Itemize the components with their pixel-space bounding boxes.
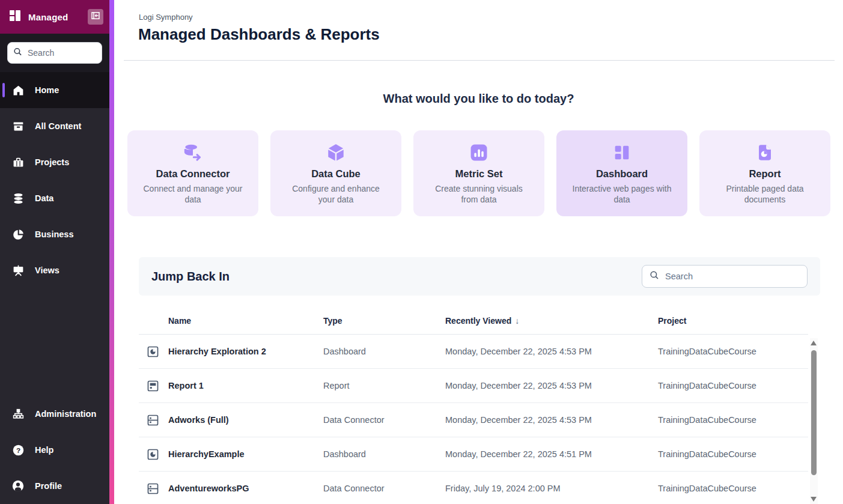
data-connector-row-icon bbox=[147, 483, 159, 494]
row-recently-viewed: Monday, December 22, 2025 4:51 PM bbox=[445, 449, 658, 459]
row-name: AdventureworksPG bbox=[168, 484, 323, 493]
sidebar-edge-strip bbox=[109, 0, 114, 504]
main-content: Logi Symphony Managed Dashboards & Repor… bbox=[114, 0, 843, 504]
data-cube-icon bbox=[326, 142, 346, 163]
row-project: TrainingDataCubeCourse bbox=[658, 381, 808, 390]
sidebar-item-label: Administration bbox=[35, 409, 96, 419]
row-project: TrainingDataCubeCourse bbox=[658, 449, 808, 459]
sidebar-item-label: Projects bbox=[35, 157, 69, 167]
recent-items-table: Name Type Recently Viewed↓ Project Hiera… bbox=[139, 308, 808, 504]
row-type: Data Connector bbox=[323, 484, 445, 493]
column-header-type[interactable]: Type bbox=[323, 316, 445, 326]
sidebar-item-label: All Content bbox=[35, 121, 81, 131]
sidebar-item-home[interactable]: Home bbox=[0, 72, 109, 108]
sidebar-item-label: Data bbox=[35, 193, 53, 203]
home-icon bbox=[11, 83, 25, 97]
row-project: TrainingDataCubeCourse bbox=[658, 347, 808, 356]
question-heading: What would you like to do today? bbox=[114, 92, 843, 106]
scrollbar-up-arrow-icon[interactable] bbox=[811, 341, 817, 345]
table-row[interactable]: AdventureworksPG Data Connector Friday, … bbox=[139, 472, 808, 504]
sidebar-header: Managed bbox=[0, 0, 109, 34]
views-icon bbox=[11, 264, 25, 277]
sidebar-nav: Home All Content bbox=[0, 72, 109, 288]
card-dashboard[interactable]: Dashboard Interactive web pages with dat… bbox=[556, 130, 687, 216]
card-description: Connect and manage your data bbox=[142, 184, 243, 205]
collapse-arrow-icon bbox=[90, 10, 101, 23]
sidebar-item-label: Profile bbox=[35, 481, 62, 491]
data-connector-icon bbox=[183, 142, 203, 163]
active-indicator bbox=[2, 83, 5, 97]
page-title: Managed Dashboards & Reports bbox=[138, 25, 380, 44]
column-header-name[interactable]: Name bbox=[168, 316, 323, 326]
help-icon: ? bbox=[11, 443, 25, 457]
scrollbar-down-arrow-icon[interactable] bbox=[811, 497, 817, 502]
table-row[interactable]: Hierarchy Exploration 2 Dashboard Monday… bbox=[139, 335, 808, 369]
row-name: Report 1 bbox=[168, 381, 323, 390]
sidebar-item-data[interactable]: Data bbox=[0, 180, 109, 216]
card-title: Metric Set bbox=[455, 168, 503, 180]
column-header-recently-viewed[interactable]: Recently Viewed↓ bbox=[445, 316, 658, 326]
row-recently-viewed: Monday, December 22, 2025 4:53 PM bbox=[445, 415, 658, 425]
scrollbar-thumb[interactable] bbox=[811, 350, 817, 475]
table-header-row: Name Type Recently Viewed↓ Project bbox=[139, 308, 808, 335]
brand-label: Managed bbox=[28, 12, 82, 22]
profile-icon bbox=[11, 479, 25, 493]
row-project: TrainingDataCubeCourse bbox=[658, 415, 808, 425]
jump-back-in-title: Jump Back In bbox=[151, 270, 230, 284]
row-name: Hierarchy Exploration 2 bbox=[168, 347, 323, 356]
jump-back-in-search-input[interactable] bbox=[642, 265, 808, 288]
administration-icon bbox=[11, 407, 25, 421]
sidebar-search-section bbox=[0, 34, 109, 72]
sidebar-item-label: Help bbox=[35, 445, 53, 455]
row-name: HierarchyExample bbox=[168, 449, 323, 459]
table-row[interactable]: HierarchyExample Dashboard Monday, Decem… bbox=[139, 437, 808, 472]
card-data-connector[interactable]: Data Connector Connect and manage your d… bbox=[127, 130, 258, 216]
card-title: Report bbox=[749, 168, 781, 180]
app-window: Managed bbox=[0, 0, 843, 504]
sidebar-collapse-button[interactable] bbox=[88, 9, 103, 25]
sidebar-item-label: Business bbox=[35, 229, 73, 239]
sidebar-item-business[interactable]: Business bbox=[0, 216, 109, 252]
card-description: Configure and enhance your data bbox=[285, 184, 386, 205]
header-divider bbox=[124, 60, 835, 61]
sidebar-item-label: Home bbox=[35, 85, 59, 95]
sidebar-footer: Administration ? Help bbox=[0, 396, 109, 504]
app-logo-icon bbox=[8, 8, 22, 25]
data-icon bbox=[11, 192, 25, 205]
sidebar-item-views[interactable]: Views bbox=[0, 252, 109, 288]
sort-desc-icon: ↓ bbox=[515, 316, 519, 326]
card-title: Data Cube bbox=[311, 168, 361, 180]
svg-text:?: ? bbox=[16, 446, 20, 454]
card-title: Dashboard bbox=[596, 168, 648, 180]
report-row-icon bbox=[147, 380, 159, 392]
sidebar-item-help[interactable]: ? Help bbox=[0, 432, 109, 468]
sidebar-item-all-content[interactable]: All Content bbox=[0, 108, 109, 144]
sidebar-item-administration[interactable]: Administration bbox=[0, 396, 109, 432]
card-description: Create stunning visuals from data bbox=[428, 184, 529, 205]
metric-set-icon bbox=[469, 142, 489, 163]
row-name: Adworks (Full) bbox=[168, 415, 323, 425]
card-data-cube[interactable]: Data Cube Configure and enhance your dat… bbox=[270, 130, 401, 216]
card-description: Interactive web pages with data bbox=[571, 184, 672, 205]
all-content-icon bbox=[11, 120, 25, 133]
sidebar: Managed bbox=[0, 0, 109, 504]
row-project: TrainingDataCubeCourse bbox=[658, 484, 808, 493]
table-row[interactable]: Report 1 Report Monday, December 22, 202… bbox=[139, 369, 808, 403]
table-scrollbar[interactable] bbox=[810, 338, 818, 504]
projects-icon bbox=[11, 156, 25, 169]
sidebar-item-projects[interactable]: Projects bbox=[0, 144, 109, 180]
card-metric-set[interactable]: Metric Set Create stunning visuals from … bbox=[413, 130, 544, 216]
sidebar-item-label: Views bbox=[35, 266, 59, 275]
row-type: Dashboard bbox=[323, 449, 445, 459]
card-report[interactable]: Report Printable paged data documents bbox=[699, 130, 830, 216]
sidebar-item-profile[interactable]: Profile bbox=[0, 468, 109, 504]
row-recently-viewed: Monday, December 22, 2025 4:53 PM bbox=[445, 381, 658, 390]
row-recently-viewed: Monday, December 22, 2025 4:53 PM bbox=[445, 347, 658, 356]
card-description: Printable paged data documents bbox=[714, 184, 815, 205]
column-header-project[interactable]: Project bbox=[658, 316, 808, 326]
dashboard-row-icon bbox=[147, 449, 159, 460]
data-connector-row-icon bbox=[147, 414, 159, 426]
table-row[interactable]: Adworks (Full) Data Connector Monday, De… bbox=[139, 403, 808, 437]
business-icon bbox=[11, 228, 25, 241]
row-type: Data Connector bbox=[323, 415, 445, 425]
